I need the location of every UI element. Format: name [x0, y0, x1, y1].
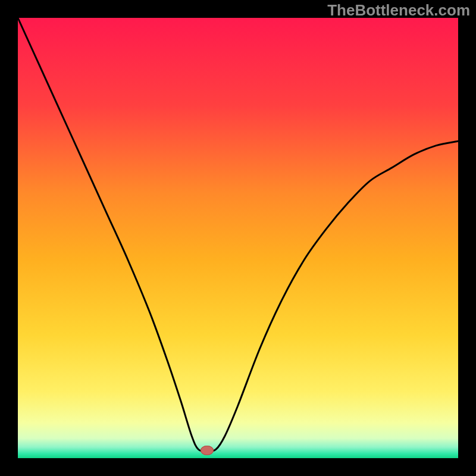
- watermark-text: TheBottleneck.com: [327, 1, 470, 20]
- bottleneck-curve: [18, 18, 458, 452]
- plot-area: [18, 18, 458, 458]
- curve-layer: [18, 18, 458, 458]
- chart-frame: TheBottleneck.com: [0, 0, 476, 476]
